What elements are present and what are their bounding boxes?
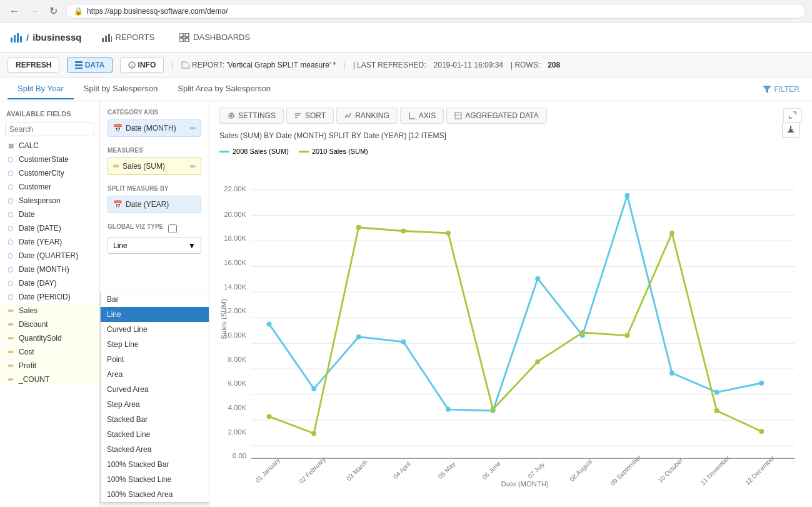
sidebar-item-salesperson[interactable]: ⬡ Salesperson xyxy=(0,194,99,208)
refresh-button[interactable]: REFRESH xyxy=(8,58,59,73)
measure-icon-2: ✏ xyxy=(6,320,15,329)
reload-button[interactable]: ↻ xyxy=(46,4,61,18)
dropdown-item-100-stacked-line[interactable]: 100% Stacked Line xyxy=(101,472,209,487)
svg-point-78 xyxy=(311,431,316,436)
ranking-button[interactable]: RANKING xyxy=(336,108,398,124)
dropdown-item-area[interactable]: Area xyxy=(101,367,209,382)
sidebar-label-sales: Sales xyxy=(19,306,38,315)
report-icon xyxy=(181,61,190,69)
aggregated-data-button[interactable]: AGGREGATED DATA xyxy=(446,108,546,124)
sidebar-label-cost: Cost xyxy=(19,348,34,356)
sidebar-label-customer: Customer xyxy=(19,183,51,191)
dropdown-item-stacked-bar[interactable]: Stacked Bar xyxy=(101,412,209,427)
forward-button[interactable]: → xyxy=(26,4,43,18)
sidebar-item-count[interactable]: ✏ _COUNT xyxy=(0,373,99,386)
dropdown-item-point[interactable]: Point xyxy=(101,352,209,367)
sidebar-item-cost[interactable]: ✏ Cost xyxy=(0,345,99,359)
chart-legend: 2008 Sales (SUM) 2010 Sales (SUM) xyxy=(219,148,802,155)
category-axis-value: Date (MONTH) xyxy=(126,124,176,133)
sidebar-item-calc[interactable]: ⊞ CALC xyxy=(0,139,99,153)
sidebar-item-profit[interactable]: ✏ Profit xyxy=(0,359,99,373)
data-button[interactable]: DATA xyxy=(67,58,113,73)
expand-icon xyxy=(789,111,796,119)
nav-reports[interactable]: REPORTS xyxy=(97,30,160,44)
sidebar-label-customerstate: CustomerState xyxy=(19,155,69,164)
sidebar-item-quantitysold[interactable]: ✏ QuantitySold xyxy=(0,331,99,345)
dropdown-item-step-line[interactable]: Step Line xyxy=(101,337,209,352)
svg-rect-9 xyxy=(185,33,189,37)
browser-chrome: ← → ↻ 🔒 https://app.businessq-software.c… xyxy=(0,0,812,23)
edit-measure-icon[interactable]: ✏ xyxy=(190,163,196,171)
sidebar-item-date-quarter[interactable]: ⬡ Date (QUARTER) xyxy=(0,249,99,263)
dimension-icon-3: ⬡ xyxy=(6,183,15,191)
axis-button[interactable]: AXIS xyxy=(400,108,444,124)
category-axis-field[interactable]: 📅 Date (MONTH) ✏ xyxy=(108,119,201,137)
sidebar-label-profit: Profit xyxy=(19,361,36,370)
split-field[interactable]: 📅 Date (YEAR) xyxy=(108,196,201,213)
svg-point-74 xyxy=(669,371,674,376)
sidebar-label-count: _COUNT xyxy=(19,375,49,384)
expand-button[interactable] xyxy=(783,108,802,124)
logo[interactable]: iibusinessq xyxy=(10,31,82,44)
dimension-icon-11: ⬡ xyxy=(6,293,15,301)
dropdown-item-100-stacked-area[interactable]: 100% Stacked Area xyxy=(101,487,209,502)
dropdown-item-bar[interactable]: Bar xyxy=(101,292,209,307)
svg-text:01 January: 01 January xyxy=(254,456,281,484)
measures-section: MEASURES ✏ Sales (SUM) ✏ xyxy=(108,147,201,175)
sidebar-item-customer[interactable]: ⬡ Customer xyxy=(0,180,99,194)
dropdown-item-curved-line[interactable]: Curved Line xyxy=(101,322,209,337)
tab-split-area-by-salesperson[interactable]: Split Area by Salesperson xyxy=(168,79,281,99)
edit-category-icon[interactable]: ✏ xyxy=(190,124,196,133)
settings-button[interactable]: SETTINGS xyxy=(219,108,284,124)
sidebar-item-date-period[interactable]: ⬡ Date (PERIOD) xyxy=(0,290,99,304)
dropdown-item-step-area[interactable]: Step Area xyxy=(101,397,209,412)
sidebar-section-title: AVAILABLE FIELDS xyxy=(0,108,99,120)
svg-rect-8 xyxy=(179,33,183,37)
svg-point-65 xyxy=(267,321,272,326)
sidebar-item-sales[interactable]: ✏ Sales xyxy=(0,304,99,318)
tab-split-by-year[interactable]: Split By Year xyxy=(8,79,74,99)
svg-text:20.00K: 20.00K xyxy=(224,211,246,218)
viz-type-checkbox[interactable] xyxy=(168,224,177,233)
sidebar-item-date-month[interactable]: ⬡ Date (MONTH) xyxy=(0,263,99,276)
sidebar-item-discount[interactable]: ✏ Discount xyxy=(0,318,99,331)
nav-dashboards-label: DASHBOARDS xyxy=(193,33,250,42)
search-input[interactable] xyxy=(5,123,94,136)
legend-item-2008: 2008 Sales (SUM) xyxy=(219,148,289,155)
sidebar-item-date[interactable]: ⬡ Date xyxy=(0,208,99,221)
viz-select[interactable]: Line ▼ xyxy=(108,238,201,254)
dropdown-item-stacked-area[interactable]: Stacked Area xyxy=(101,442,209,457)
address-bar[interactable]: 🔒 https://app.businessq-software.com/dem… xyxy=(66,4,806,19)
export-button[interactable] xyxy=(782,122,799,138)
reports-icon xyxy=(102,33,112,42)
sort-button[interactable]: SORT xyxy=(286,108,334,124)
dimension-icon-6: ⬡ xyxy=(6,224,15,233)
svg-point-75 xyxy=(714,390,719,395)
viz-type-section: GLOBAL VIZ TYPE Line ▼ xyxy=(108,223,201,254)
svg-rect-0 xyxy=(11,38,13,43)
measures-field[interactable]: ✏ Sales (SUM) ✏ xyxy=(108,158,201,175)
sidebar-item-customercity[interactable]: ⬡ CustomerCity xyxy=(0,166,99,180)
sidebar-item-customerstate[interactable]: ⬡ CustomerState xyxy=(0,153,99,166)
sidebar-item-date-day[interactable]: ⬡ Date (DAY) xyxy=(0,276,99,290)
svg-text:07 July: 07 July xyxy=(526,460,546,479)
dropdown-item-line[interactable]: Line xyxy=(101,307,209,322)
filter-button[interactable]: FILTER xyxy=(758,83,804,96)
back-button[interactable]: ← xyxy=(6,4,23,18)
tab-split-by-salesperson[interactable]: Split by Salesperson xyxy=(74,79,168,99)
dropdown-item-curved-area[interactable]: Curved Area xyxy=(101,382,209,397)
dropdown-item-100-stacked-bar[interactable]: 100% Stacked Bar xyxy=(101,457,209,472)
dropdown-item-stacked-line[interactable]: Stacked Line xyxy=(101,427,209,442)
svg-text:Sales (SUM): Sales (SUM) xyxy=(220,299,228,339)
legend-item-2010: 2010 Sales (SUM) xyxy=(299,148,368,155)
filter-icon xyxy=(763,86,771,93)
svg-rect-11 xyxy=(185,38,189,42)
sidebar-item-date-year[interactable]: ⬡ Date (YEAR) xyxy=(0,235,99,249)
nav-dashboards[interactable]: DASHBOARDS xyxy=(174,30,255,44)
sidebar-item-date-date[interactable]: ⬡ Date (DATE) xyxy=(0,221,99,235)
app-header: iibusinessq REPORTS DASHBOARDS xyxy=(0,23,812,53)
viz-type-dropdown[interactable]: Bar Line Curved Line Step Line Point Are… xyxy=(100,292,209,503)
info-button[interactable]: i INFO xyxy=(120,58,164,73)
settings-icon xyxy=(228,112,235,119)
split-section: SPLIT MEASURE BY 📅 Date (YEAR) xyxy=(108,185,201,213)
